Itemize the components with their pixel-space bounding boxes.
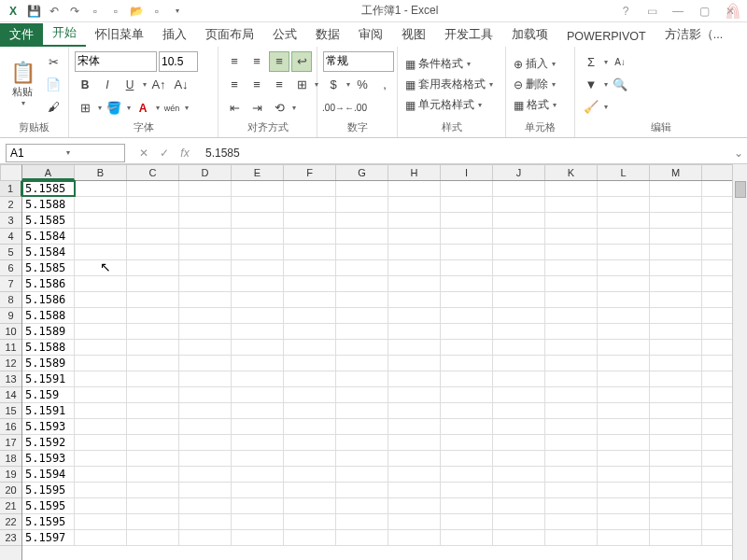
cell[interactable]: [75, 419, 127, 434]
cell[interactable]: [441, 197, 493, 212]
align-left-button[interactable]: ≡: [224, 75, 245, 95]
tab-view[interactable]: 视图: [392, 23, 435, 47]
cell[interactable]: [284, 292, 336, 307]
cell[interactable]: [598, 371, 650, 386]
cell[interactable]: [598, 403, 650, 418]
cell[interactable]: [179, 197, 232, 212]
cell[interactable]: [127, 292, 179, 307]
tab-home[interactable]: 开始: [43, 21, 86, 47]
cell[interactable]: [493, 435, 545, 450]
redo-icon[interactable]: ↷: [65, 2, 84, 21]
dec-decimal-button[interactable]: ←.00: [345, 98, 366, 119]
cell[interactable]: [336, 260, 388, 275]
cell[interactable]: [388, 292, 441, 307]
cell[interactable]: [650, 451, 702, 466]
cell[interactable]: [493, 530, 545, 545]
cell[interactable]: [284, 324, 336, 339]
cell[interactable]: [650, 245, 702, 259]
cell[interactable]: [493, 260, 545, 275]
cell[interactable]: [441, 245, 493, 259]
cell[interactable]: [284, 371, 336, 386]
cell[interactable]: [388, 245, 441, 259]
cell[interactable]: [493, 403, 545, 418]
tab-review[interactable]: 审阅: [349, 23, 392, 47]
cell[interactable]: [336, 213, 388, 228]
cell[interactable]: [232, 229, 284, 244]
cell[interactable]: 5.1593: [22, 419, 75, 434]
cell[interactable]: [284, 467, 336, 482]
cell[interactable]: [598, 483, 650, 497]
cell[interactable]: [388, 229, 441, 244]
cell[interactable]: [598, 245, 650, 259]
cell[interactable]: [127, 514, 179, 529]
cell[interactable]: [336, 245, 388, 259]
cell[interactable]: [336, 451, 388, 466]
cell[interactable]: [388, 308, 441, 323]
cell[interactable]: [179, 340, 232, 355]
tab-layout[interactable]: 页面布局: [196, 23, 263, 47]
qat-icon[interactable]: ▫: [86, 2, 105, 21]
cell[interactable]: [75, 435, 127, 450]
font-color-button[interactable]: A: [133, 98, 153, 119]
cancel-formula-icon[interactable]: ✕: [134, 147, 153, 160]
cell[interactable]: [232, 324, 284, 339]
cell[interactable]: [127, 451, 179, 466]
cell[interactable]: [441, 498, 493, 513]
cell[interactable]: [127, 260, 179, 275]
row-header[interactable]: 5: [0, 245, 21, 260]
cell[interactable]: [75, 197, 127, 212]
cell[interactable]: [650, 467, 702, 482]
expand-formula-icon[interactable]: ⌄: [730, 147, 747, 160]
font-name-select[interactable]: [75, 51, 157, 72]
cell[interactable]: [284, 483, 336, 497]
row-header[interactable]: 1: [0, 181, 22, 197]
cell[interactable]: [650, 356, 702, 371]
cell[interactable]: [388, 356, 441, 371]
percent-button[interactable]: %: [352, 75, 373, 95]
cell[interactable]: [336, 371, 388, 386]
cell[interactable]: [388, 419, 441, 434]
row-header[interactable]: 17: [0, 435, 21, 451]
cell[interactable]: 5.1589: [22, 324, 75, 339]
cell[interactable]: [127, 387, 179, 402]
col-header[interactable]: M: [650, 165, 702, 180]
col-header[interactable]: C: [127, 165, 179, 180]
cell[interactable]: [336, 467, 388, 482]
cell[interactable]: [75, 292, 127, 307]
cell[interactable]: [75, 260, 127, 275]
cell[interactable]: [598, 451, 650, 466]
wrap-text-button[interactable]: ↩: [291, 51, 312, 72]
cell[interactable]: [598, 324, 650, 339]
cell[interactable]: [441, 229, 493, 244]
cell[interactable]: [284, 356, 336, 371]
align-center-button[interactable]: ≡: [247, 75, 267, 95]
cell[interactable]: [284, 530, 336, 545]
cell[interactable]: [127, 483, 179, 497]
cell[interactable]: [232, 498, 284, 513]
cell[interactable]: [336, 483, 388, 497]
cell[interactable]: [545, 403, 598, 418]
cell[interactable]: [441, 514, 493, 529]
cell[interactable]: [598, 514, 650, 529]
cell[interactable]: [75, 308, 127, 323]
cell[interactable]: [598, 308, 650, 323]
cell[interactable]: [232, 530, 284, 545]
cell[interactable]: [493, 245, 545, 259]
cell[interactable]: 5.159: [22, 387, 75, 402]
cell[interactable]: [650, 371, 702, 386]
cell[interactable]: [650, 514, 702, 529]
cell[interactable]: [598, 292, 650, 307]
cell[interactable]: [232, 403, 284, 418]
cell[interactable]: [232, 260, 284, 275]
col-header[interactable]: I: [441, 165, 493, 180]
cell[interactable]: [284, 387, 336, 402]
row-header[interactable]: 12: [0, 356, 21, 371]
cell[interactable]: [127, 181, 179, 196]
cell[interactable]: 5.1595: [22, 498, 75, 513]
cell[interactable]: 5.1591: [22, 371, 75, 386]
cell[interactable]: [598, 419, 650, 434]
cell[interactable]: 5.1585: [22, 181, 75, 196]
cell[interactable]: [441, 213, 493, 228]
row-header[interactable]: 3: [0, 213, 21, 229]
cell[interactable]: [441, 403, 493, 418]
